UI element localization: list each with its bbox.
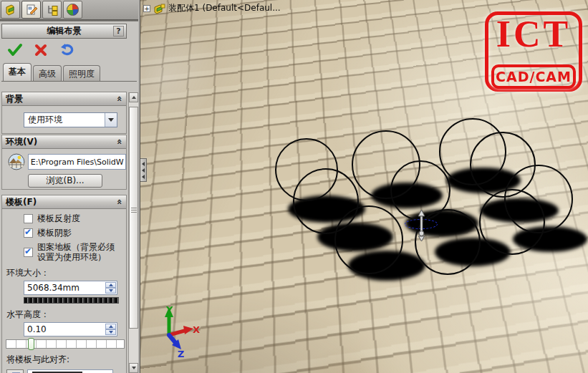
environment-size-label: 环境大小： xyxy=(6,267,126,279)
spin-down-icon xyxy=(105,329,116,335)
tab-basic[interactable]: 基本 xyxy=(3,63,32,81)
collapse-chevron-icon: « xyxy=(116,139,123,145)
ok-button[interactable] xyxy=(7,43,23,57)
tree-expand-icon[interactable]: + xyxy=(143,5,150,12)
environment-group: 环境(V) « E:\Program Files\SolidW 浏览(B)... xyxy=(1,135,127,190)
scrollbar-grip xyxy=(131,208,137,213)
background-group: 背景 « 使用环境 xyxy=(1,92,127,134)
panel-title-bar: 编辑布景 ? xyxy=(1,24,127,39)
cancel-button[interactable] xyxy=(34,44,47,57)
tab-advanced[interactable]: 高级 xyxy=(33,65,62,81)
displaymanager-icon xyxy=(67,4,79,16)
x-axis-label: X xyxy=(193,324,200,335)
z-axis-label: Z xyxy=(178,349,184,359)
propertymanager-icon xyxy=(25,4,38,16)
left-arrow-icon xyxy=(140,162,145,166)
panel-scrollbar[interactable] xyxy=(128,92,138,373)
collapse-chevron-icon: « xyxy=(116,96,123,102)
logo-subtitle: CAD/CAM xyxy=(491,64,576,89)
environment-size-slider[interactable] xyxy=(24,297,119,304)
undo-button[interactable] xyxy=(59,43,74,57)
checkbox-icon xyxy=(24,214,33,223)
slider-thumb[interactable] xyxy=(28,338,34,350)
pattern-floor-checkbox[interactable]: 图案地板（背景必须设置为使用环境） xyxy=(24,242,126,262)
sphere-outline xyxy=(479,189,545,255)
floor-group-header[interactable]: 楼板(F) « xyxy=(2,195,126,209)
featuremanager-icon xyxy=(4,4,17,16)
ict-watermark-logo: ICT CAD/CAM xyxy=(485,11,582,92)
tab-illumination[interactable]: 照明度 xyxy=(63,65,100,81)
featuremanager-tab[interactable] xyxy=(1,1,20,19)
checkbox-icon xyxy=(24,228,33,238)
environment-icon xyxy=(8,153,25,170)
spin-down-icon xyxy=(105,288,116,294)
configurationmanager-icon xyxy=(46,4,59,16)
propertymanager-tab[interactable] xyxy=(21,1,41,19)
spin-up-icon xyxy=(105,324,116,329)
left-arrow-icon xyxy=(140,175,145,179)
help-button[interactable]: ? xyxy=(113,26,124,37)
floor-height-slider[interactable] xyxy=(6,339,125,349)
dropdown-arrow-icon xyxy=(105,113,117,127)
spinner[interactable] xyxy=(105,282,116,294)
environment-path-input[interactable]: E:\Program Files\SolidW xyxy=(28,154,126,170)
panel-collapse-handle[interactable] xyxy=(140,158,147,182)
background-group-header[interactable]: 背景 « xyxy=(2,92,126,106)
environment-size-input[interactable]: 5068.34mm xyxy=(24,281,117,295)
panel-title: 编辑布景 xyxy=(47,25,82,37)
property-manager-panel: 编辑布景 ? 基本 高级 照明度 背景 « 使用环境 xyxy=(0,0,138,373)
environment-group-header[interactable]: 环境(V) « xyxy=(2,135,126,149)
assembly-tree-item[interactable]: 装配体1 (Default<Defaul... xyxy=(168,2,281,14)
panel-actions xyxy=(7,41,74,59)
background-type-value: 使用环境 xyxy=(24,114,105,126)
floor-height-input[interactable]: 0.10 xyxy=(24,322,117,336)
scroll-down-icon[interactable] xyxy=(129,363,138,373)
floor-height-manipulator[interactable] xyxy=(403,210,439,242)
floor-reflection-checkbox[interactable]: 楼板反射度 xyxy=(24,213,126,223)
panel-body: 背景 « 使用环境 环境(V) « xyxy=(0,82,128,373)
assembly-icon xyxy=(153,3,165,14)
scroll-up-icon[interactable] xyxy=(129,92,138,102)
displaymanager-tab[interactable] xyxy=(63,1,82,19)
spin-up-icon xyxy=(105,282,116,288)
toolbar-divider xyxy=(0,19,138,21)
checkbox-icon xyxy=(24,248,33,257)
panel-tabs: 基本 高级 照明度 xyxy=(1,63,137,82)
move-arrow-icon xyxy=(417,210,426,242)
floor-height-label: 水平高度： xyxy=(6,309,126,321)
spinner[interactable] xyxy=(105,324,116,335)
y-axis-label: Y xyxy=(165,304,173,315)
align-plane-pick-button[interactable] xyxy=(6,369,24,373)
collapse-chevron-icon: « xyxy=(116,199,123,205)
scrollbar-thumb[interactable] xyxy=(129,107,138,329)
manager-toolbar xyxy=(0,0,138,19)
floor-shadow-checkbox[interactable]: 楼板阴影 xyxy=(24,228,126,238)
configurationmanager-tab[interactable] xyxy=(42,1,62,19)
background-type-dropdown[interactable]: 使用环境 xyxy=(24,112,117,127)
align-floor-label: 将楼板与此对齐: xyxy=(6,354,126,366)
coordinate-triad: Y X Z xyxy=(148,304,201,362)
browse-button[interactable]: 浏览(B)... xyxy=(28,174,102,188)
align-plane-combobox[interactable] xyxy=(27,369,113,373)
logo-title: ICT xyxy=(485,13,582,55)
graphics-viewport[interactable]: Y X Z + 装配体1 (Default<Defaul... ICT CAD/… xyxy=(140,0,588,373)
sphere-outline xyxy=(334,205,403,274)
feature-tree-overlay: + 装配体1 (Default<Defaul... xyxy=(143,2,281,14)
floor-group: 楼板(F) « 楼板反射度 楼板阴影 图案地板（背景必须设置为使用环境） 环境大… xyxy=(1,195,127,373)
left-arrow-icon xyxy=(140,168,145,173)
